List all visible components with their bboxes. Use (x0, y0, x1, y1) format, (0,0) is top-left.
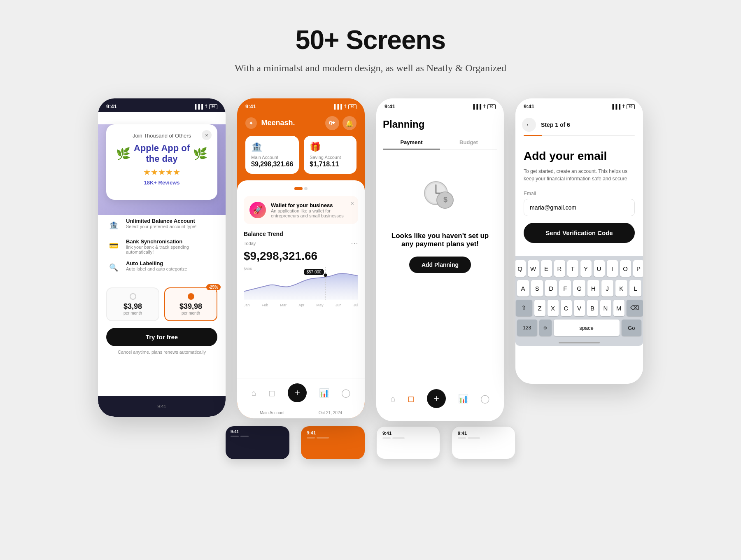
phone-3-body: Planning Payment Budget $ (376, 112, 504, 384)
key-l[interactable]: L (629, 280, 641, 296)
signal-bars-4: ▐▐▐ (611, 104, 620, 109)
key-t[interactable]: T (567, 260, 578, 277)
account-card-icon-1: 🏦 (251, 142, 293, 152)
nav-home-icon[interactable]: ⌂ (252, 388, 256, 398)
key-emoji[interactable]: ☺ (539, 320, 552, 336)
phone-1-status: 9:41 ▐▐▐ ⇡ 80 (98, 98, 226, 112)
key-space[interactable]: space (554, 320, 620, 336)
bell-icon-btn[interactable]: 🔔 (343, 116, 357, 130)
phone-2-nav: ⌂ ◻ + 📊 ◯ (237, 378, 365, 407)
nav-profile-3[interactable]: ◯ (480, 394, 489, 404)
key-q[interactable]: Q (515, 260, 526, 277)
phone-2-body: 🚀 Wallet for your business An applicatio… (237, 180, 365, 378)
email-input[interactable] (524, 199, 635, 216)
page-wrapper: 50+ Screens With a minimalst and modern … (0, 0, 741, 560)
price-option-2[interactable]: -25% $39,98 per month (164, 287, 217, 321)
price-amount-1: $3,98 (112, 302, 154, 311)
nav-wallet-icon[interactable]: ◻ (268, 388, 275, 398)
account-amount-2: $1,718.11 (310, 161, 351, 168)
nav-chart-icon[interactable]: 📊 (319, 388, 329, 398)
phone-1-time: 9:41 (106, 103, 117, 110)
key-u[interactable]: U (594, 260, 605, 277)
key-n[interactable]: N (600, 300, 611, 316)
key-g[interactable]: G (573, 280, 585, 296)
key-e[interactable]: E (541, 260, 552, 277)
key-v[interactable]: V (574, 300, 585, 316)
key-i[interactable]: I (607, 260, 618, 277)
nav-home-3[interactable]: ⌂ (391, 394, 396, 404)
key-s[interactable]: S (531, 280, 543, 296)
try-btn[interactable]: Try for free (106, 328, 217, 346)
promo-title: Wallet for your business (271, 202, 352, 208)
award-title: Apple App of the day (134, 143, 190, 165)
key-m[interactable]: M (613, 300, 624, 316)
nav-add-btn[interactable]: + (288, 383, 307, 402)
key-a[interactable]: A (517, 280, 529, 296)
step-label: Step 1 of 6 (541, 121, 570, 128)
more-options[interactable]: ⋯ (351, 239, 358, 248)
bottom-phone-white-2-content: 9:41 (452, 427, 515, 443)
bottom-phone-white-1-content: 9:41 (377, 427, 440, 443)
feature-text-3: Auto Labelling Auto label and auto categ… (126, 260, 187, 271)
price-amount-2: $39,98 (170, 302, 212, 311)
keyboard-row-2: A S D F G H J K L (517, 280, 641, 296)
feature-item-1: 🏦 Unlimited Balance Account Select your … (106, 218, 217, 233)
mini-status-1: 9:41 (231, 429, 284, 434)
promo-icon: 🚀 (249, 202, 266, 218)
phone-1-bottom: 9:41 (98, 396, 226, 417)
key-w[interactable]: W (528, 260, 539, 277)
back-btn[interactable]: ← (522, 118, 536, 132)
add-planning-btn[interactable]: Add Planning (409, 257, 471, 273)
key-p[interactable]: P (633, 260, 643, 277)
dashboard-toprow: ✦ Meenash. 🛍 🔔 (245, 116, 357, 130)
send-code-btn[interactable]: Send Verification Code (524, 223, 635, 243)
key-j[interactable]: J (601, 280, 613, 296)
key-z[interactable]: Z (534, 300, 545, 316)
price-radio-2[interactable] (188, 293, 194, 300)
page-title: 50+ Screens (296, 25, 445, 55)
key-r[interactable]: R (554, 260, 565, 277)
popup-close-btn[interactable]: × (202, 130, 212, 140)
step-progress-bar (524, 135, 542, 136)
key-y[interactable]: Y (580, 260, 592, 277)
key-c[interactable]: C (561, 300, 572, 316)
phone-3-time: 9:41 (384, 103, 395, 110)
bottom-phone-white-1: 9:41 (376, 426, 440, 459)
bottom-phone-dark-content: 9:41 (226, 426, 289, 441)
basket-icon-btn[interactable]: 🛍 (325, 116, 339, 130)
nav-add-3[interactable]: + (427, 389, 446, 408)
phone-2-status: 9:41 ▐▐▐ ⇡ 80 (237, 98, 365, 112)
promo-text: Wallet for your business An application … (271, 202, 352, 218)
nav-chart-3[interactable]: 📊 (458, 394, 468, 404)
nav-wallet-3[interactable]: ◻ (408, 394, 415, 404)
key-go[interactable]: Go (622, 320, 642, 336)
key-b[interactable]: B (587, 300, 598, 316)
empty-state: $ Looks like you haven't set up any paym… (383, 158, 497, 289)
chart-svg (244, 267, 358, 300)
feature-title-1: Unlimited Balance Account (126, 218, 196, 224)
key-x[interactable]: X (548, 300, 559, 316)
key-shift[interactable]: ⇧ (516, 300, 532, 316)
nav-profile-icon[interactable]: ◯ (341, 388, 350, 398)
key-123[interactable]: 123 (517, 320, 537, 336)
promo-close[interactable]: × (351, 200, 354, 207)
price-option-1[interactable]: $3,98 per month (106, 287, 159, 321)
key-backspace[interactable]: ⌫ (627, 300, 643, 316)
bottom-phone-dark: 9:41 (226, 426, 289, 459)
feature-title-3: Auto Labelling (126, 260, 187, 266)
feature-text-2: Bank Synchronisation link your bank & tr… (126, 238, 217, 254)
tab-payment[interactable]: Payment (383, 136, 440, 149)
price-period-2: per month (170, 311, 212, 315)
key-h[interactable]: H (587, 280, 599, 296)
phone-2: 9:41 ▐▐▐ ⇡ 80 ✦ Meenash. 🛍 🔔 (237, 98, 365, 418)
form-title: Add your email (524, 149, 635, 163)
price-radio-1[interactable] (130, 293, 136, 300)
page-subtitle: With a minimalst and modern design, as w… (235, 63, 506, 74)
key-o[interactable]: O (620, 260, 631, 277)
key-d[interactable]: D (545, 280, 557, 296)
empty-clock-icon: $ (419, 175, 461, 224)
key-k[interactable]: K (615, 280, 627, 296)
tab-budget[interactable]: Budget (440, 136, 497, 149)
email-label: Email (524, 191, 635, 196)
key-f[interactable]: F (559, 280, 571, 296)
